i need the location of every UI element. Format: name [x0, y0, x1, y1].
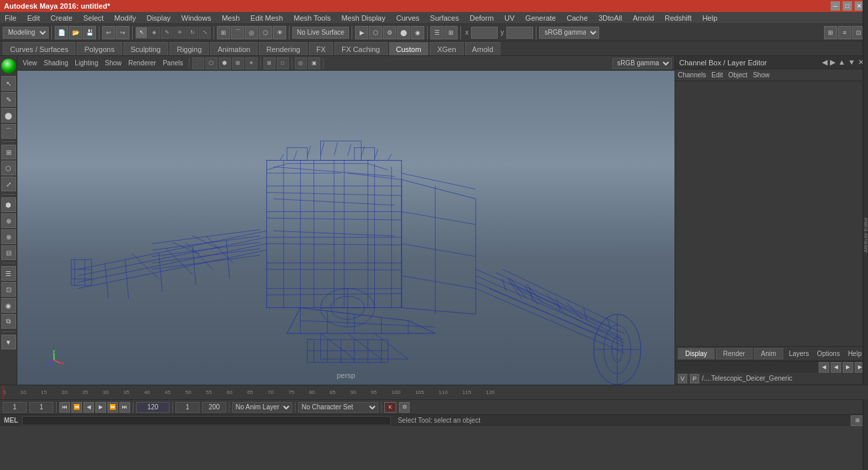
menu-mesh-display[interactable]: Mesh Display: [340, 13, 388, 23]
range-start-input[interactable]: [3, 402, 27, 413]
go-to-start[interactable]: ⏮: [59, 402, 70, 413]
menu-cache[interactable]: Cache: [564, 13, 590, 23]
auto-key-btn[interactable]: K: [384, 402, 396, 413]
attr-editor-tab[interactable]: Attribute Editor: [863, 0, 868, 470]
colorspace-select[interactable]: sRGB gamma: [539, 27, 599, 39]
vp-menu-panels[interactable]: Panels: [160, 59, 186, 67]
display-tab[interactable]: Display: [678, 348, 715, 359]
lt-uv[interactable]: ⊡: [1, 282, 16, 297]
menu-edit[interactable]: Edit: [25, 13, 42, 23]
layer-scroll-ml[interactable]: ◀: [831, 362, 841, 373]
menu-mesh-tools[interactable]: Mesh Tools: [292, 13, 332, 23]
lt-more[interactable]: ▼: [1, 335, 16, 349]
edit-menu[interactable]: Edit: [711, 71, 723, 79]
vp-menu-lighting[interactable]: Lighting: [72, 59, 101, 67]
redo-btn[interactable]: ↪: [116, 26, 129, 39]
channels-menu[interactable]: Channels: [678, 71, 706, 79]
vp-btn-wireframe[interactable]: ⬡: [205, 57, 218, 69]
lt-bridge[interactable]: ⊟: [1, 245, 16, 260]
snap-curve[interactable]: ⌒: [231, 26, 244, 39]
lt-paint[interactable]: ✎: [1, 92, 16, 107]
layer-scroll-mr[interactable]: ▶: [843, 362, 853, 373]
move-tool[interactable]: ✛: [173, 27, 185, 39]
play-forward[interactable]: ▶: [95, 402, 106, 413]
lt-smooth[interactable]: ◉: [1, 298, 16, 313]
lasso-tool[interactable]: ◈: [148, 27, 160, 39]
lt-select[interactable]: ↖: [1, 76, 16, 91]
hypershade[interactable]: ⬤: [397, 26, 410, 39]
maximize-btn[interactable]: □: [843, 1, 852, 11]
rp-scroll-down[interactable]: ▼: [848, 58, 855, 67]
menu-uv[interactable]: UV: [502, 13, 516, 23]
vp-btn-grid[interactable]: ⊞: [264, 57, 276, 69]
tab-custom[interactable]: Custom: [389, 42, 429, 55]
tab-arnold[interactable]: Arnold: [465, 42, 501, 55]
mel-input[interactable]: [22, 416, 391, 425]
vp-btn-film[interactable]: □: [277, 57, 289, 69]
lt-mesh-tools[interactable]: ⬡: [1, 161, 16, 175]
rp-scroll-right[interactable]: ▶: [830, 58, 835, 67]
workspace-select[interactable]: Modeling: [3, 27, 49, 39]
options-menu[interactable]: Options: [813, 349, 843, 359]
go-to-end[interactable]: ⏭: [119, 402, 130, 413]
play-range-start[interactable]: [175, 402, 199, 413]
settings-btn[interactable]: ⚙: [399, 402, 410, 413]
rp-scroll-left[interactable]: ◀: [822, 58, 827, 67]
tab-fx[interactable]: FX: [309, 42, 333, 55]
lt-extrude[interactable]: ⊕: [1, 213, 16, 228]
char-set-select[interactable]: No Character Set: [298, 402, 378, 413]
minimize-btn[interactable]: ─: [831, 1, 840, 11]
snap-grid[interactable]: ⊞: [217, 26, 230, 39]
menu-curves[interactable]: Curves: [394, 13, 422, 23]
layer-visibility[interactable]: V: [678, 374, 687, 383]
menu-modify[interactable]: Modify: [112, 13, 137, 23]
menu-create[interactable]: Create: [49, 13, 75, 23]
lt-poly[interactable]: ⬢: [1, 197, 16, 212]
menu-redshift[interactable]: Redshift: [663, 13, 693, 23]
render-view[interactable]: ◉: [411, 26, 424, 39]
render-settings[interactable]: ⚙: [383, 26, 396, 39]
vp-btn-isolate[interactable]: ◎: [295, 57, 307, 69]
vp-menu-view[interactable]: View: [20, 59, 40, 67]
menu-surfaces[interactable]: Surfaces: [428, 13, 461, 23]
lt-deform[interactable]: ⤢: [1, 177, 16, 191]
vp-btn-texture[interactable]: ⊞: [232, 57, 244, 69]
paint-tool[interactable]: ✎: [161, 27, 173, 39]
timeline[interactable]: 5 10 15 20 25 30 35 40 45 50 55 60 65 70…: [0, 385, 868, 399]
anim-tab[interactable]: Anim: [754, 348, 784, 359]
new-btn[interactable]: 📄: [55, 26, 68, 39]
tab-xgen[interactable]: XGen: [430, 42, 463, 55]
menu-windows[interactable]: Windows: [179, 13, 213, 23]
vp-btn-light[interactable]: ☀: [246, 57, 258, 69]
colorspace-vp-select[interactable]: sRGB gamma: [612, 58, 672, 69]
menu-display[interactable]: Display: [145, 13, 173, 23]
menu-generate[interactable]: Generate: [523, 13, 558, 23]
vp-btn-solid[interactable]: ⬢: [219, 57, 231, 69]
right-icon-2[interactable]: ≡: [838, 26, 851, 39]
lt-curve[interactable]: ⌒: [1, 124, 16, 139]
lt-combine[interactable]: ⧉: [1, 314, 16, 329]
open-btn[interactable]: 📂: [69, 26, 82, 39]
ipr-btn[interactable]: ⬡: [369, 26, 382, 39]
step-back[interactable]: ⏪: [71, 402, 82, 413]
tab-polygons[interactable]: Polygons: [77, 42, 121, 55]
tab-rendering[interactable]: Rendering: [259, 42, 308, 55]
snap-surface[interactable]: ⬡: [259, 26, 272, 39]
menu-3dtoall[interactable]: 3DtoAll: [596, 13, 624, 23]
right-icon-1[interactable]: ⊞: [824, 26, 837, 39]
tab-fx-caching[interactable]: FX Caching: [334, 42, 387, 55]
step-forward[interactable]: ⏩: [107, 402, 118, 413]
menu-arnold[interactable]: Arnold: [630, 13, 656, 23]
play-back[interactable]: ◀: [83, 402, 94, 413]
vp-menu-renderer[interactable]: Renderer: [125, 59, 159, 67]
snap-view[interactable]: 👁: [273, 26, 286, 39]
anim-layer-select[interactable]: No Anim Layer: [232, 402, 292, 413]
vp-menu-show[interactable]: Show: [102, 59, 124, 67]
menu-select[interactable]: Select: [81, 13, 106, 23]
coord-x[interactable]: 0.00: [471, 27, 498, 39]
save-btn[interactable]: 💾: [83, 26, 96, 39]
vp-btn-camera[interactable]: 🎥: [192, 57, 204, 69]
tab-curves-surfaces[interactable]: Curves / Surfaces: [3, 42, 75, 55]
render-btn[interactable]: ▶: [355, 26, 368, 39]
vp-menu-shading[interactable]: Shading: [41, 59, 71, 67]
